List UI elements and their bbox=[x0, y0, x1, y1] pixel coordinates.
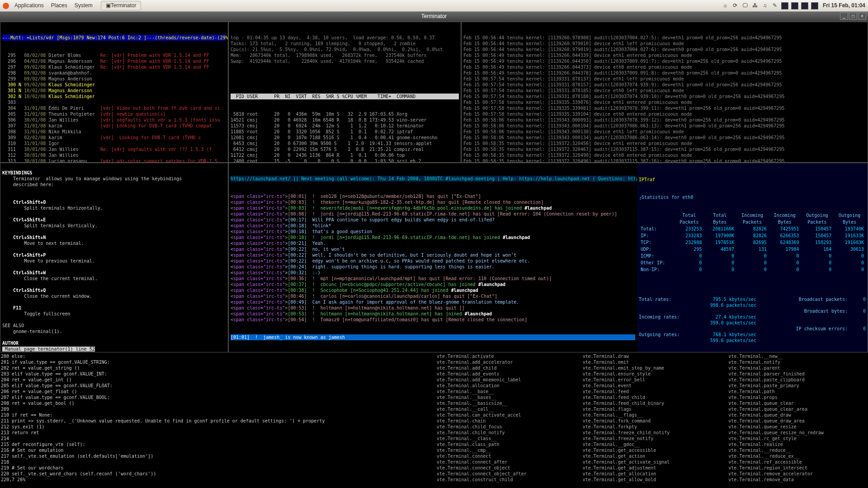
menu-applications[interactable]: Applications bbox=[11, 2, 47, 9]
terminal-vim[interactable]: 200 else:201 if value.type == gconf.VALU… bbox=[0, 352, 434, 488]
mutt-row[interactable]: 309 02/02/08 karim [vdr] Looking for DVB… bbox=[2, 135, 226, 141]
irc-line: <span class="irc-ts">[00:17] Will PPA co… bbox=[231, 217, 635, 223]
top-process-row: 6412 cmsj 20 0 22992 15m 5776 S 1 0.8 21… bbox=[231, 146, 459, 152]
completion-item: vte.Terminal.__base__ bbox=[437, 389, 574, 394]
completion-item: vte.Terminal.__class__ bbox=[437, 436, 574, 441]
mutt-row[interactable]: 301 N 10/02/08 Magnus Andersson bbox=[2, 88, 226, 94]
completion-item: vte.Terminal.child_notify bbox=[437, 430, 574, 436]
completion-item: vte.Terminal.get_allocation bbox=[583, 471, 720, 477]
completion-item: vte.Terminal.__cmp__ bbox=[437, 447, 574, 453]
tray-icon[interactable]: 🖵 bbox=[741, 2, 749, 9]
code-line: 200 else: bbox=[1, 353, 433, 359]
completion-item: vte.Terminal.notify bbox=[728, 359, 865, 365]
net-graph-icon[interactable] bbox=[801, 2, 808, 9]
tray-icon[interactable]: ✎ bbox=[771, 2, 778, 9]
mutt-row[interactable]: 307 31/01/08 karim [vdr] Looking for DVB… bbox=[2, 123, 226, 129]
mutt-row[interactable]: 306 30/01/08 Jan Willies [vdr] segfaults… bbox=[2, 117, 226, 123]
code-line: 220 self._vte.set_word_chars (self.recon… bbox=[1, 471, 433, 477]
terminal-iptraf[interactable]: IPTraf ┌Statistics for eth0 TotalTotalIn… bbox=[637, 163, 868, 352]
bottom-row: 200 else:201 if value.type == gconf.VALU… bbox=[0, 352, 868, 488]
mutt-row[interactable]: 313 30/01/08 lucian orasanu [vdr] vdr-ro… bbox=[2, 158, 226, 163]
taskbar-app-label: Terminator bbox=[111, 2, 137, 9]
tray-icon[interactable]: ☼ bbox=[722, 2, 729, 9]
irc-line: <span class="irc-ts">[00:18] that's a go… bbox=[231, 229, 635, 235]
window-minimize-button[interactable]: _ bbox=[840, 13, 848, 20]
menu-system[interactable]: System bbox=[71, 2, 96, 9]
irc-line: <span class="irc-ts">[00:37] ! cbcunc [n… bbox=[231, 282, 635, 287]
mutt-row[interactable]: 308 31/01/08 Niko Mikkila bbox=[2, 129, 226, 135]
mutt-row[interactable]: 302 N 10/02/08 Klaus Schmidinger bbox=[2, 94, 226, 99]
mutt-row[interactable]: 298 09/02/08 svankan@bahnhof. bbox=[2, 70, 226, 76]
terminal-python-dir[interactable]: vte.Terminal.activatevte.Terminal.add_ac… bbox=[434, 352, 868, 488]
code-line: 204 ret = value.get_int () bbox=[1, 377, 433, 383]
irc-line: <span class="irc-ts">[00:38] ! Sociophob… bbox=[231, 287, 635, 293]
mutt-row[interactable]: 295 08/02/08 Dieter Bloms Re: [vdr] Prob… bbox=[2, 52, 226, 58]
completion-item: vte.Terminal.ensure_style bbox=[583, 371, 720, 377]
completion-item: vte.Terminal.flags bbox=[583, 406, 720, 412]
completion-item: vte.Terminal.feed_child_binary bbox=[583, 400, 720, 406]
completion-item: vte.Terminal.remove_data bbox=[728, 477, 865, 483]
top-columns: PID USER PR NI VIRT RES SHR S %CPU %MEM … bbox=[231, 94, 459, 99]
completion-item: vte.Terminal.event bbox=[583, 383, 720, 389]
mutt-row[interactable]: 305 31/01/08 Theunis Potgieter [vdr] new… bbox=[2, 111, 226, 117]
mutt-row[interactable]: 300 N 09/02/08 Klaus Schmidinger bbox=[2, 82, 226, 88]
irc-line: <span class="irc-ts">[00:01] ! seb128 [n… bbox=[231, 193, 635, 199]
completion-item: vte.Terminal.__reduce_ex__ bbox=[728, 453, 865, 459]
code-line: 202 ret = value.get_string () bbox=[1, 365, 433, 371]
mem-graph-icon[interactable] bbox=[791, 2, 798, 9]
completion-item: vte.Terminal.rc_get_style bbox=[728, 436, 865, 441]
irc-line: <span class="irc-ts">[00:03] ! neversfel… bbox=[231, 205, 635, 211]
code-line: 212 sys.exit (1) bbox=[1, 424, 433, 430]
mutt-row[interactable]: 311 30/01/08 Jan Willies Re: [vdr] segfa… bbox=[2, 146, 226, 152]
mutt-row[interactable]: 303 bbox=[2, 99, 226, 105]
completion-item: vte.Terminal.__flags__ bbox=[583, 412, 720, 418]
terminal-irssi[interactable]: https://launchpad.net/ || Next meeting (… bbox=[229, 163, 637, 352]
completion-item: vte.Terminal.can_activate_accel bbox=[437, 412, 574, 418]
completion-item: vte.Terminal.parser_finished bbox=[728, 371, 865, 377]
tray-icon[interactable]: 🖧 bbox=[751, 2, 759, 9]
completion-item: vte.Terminal.get_adjustment bbox=[583, 465, 720, 471]
mutt-row[interactable]: 297 09/02/08 Klaus Schmidinger Re: [vdr]… bbox=[2, 64, 226, 70]
window-maximize-button[interactable]: □ bbox=[849, 13, 857, 20]
ubuntu-logo-icon bbox=[3, 3, 9, 9]
irc-line: <span class="irc-ts">[00:36] ! mpt [n=mp… bbox=[231, 276, 635, 282]
mutt-row[interactable]: 296 04/02/08 Magnus Andersson Re: [vdr] … bbox=[2, 58, 226, 64]
terminal-top[interactable]: top - 01:04:35 up 13 days, 4:38, 10 user… bbox=[228, 22, 461, 163]
top-process-row: 5818 root 20 0 436m 59m 10m S 32 2.9 167… bbox=[231, 111, 459, 117]
top-process-row: 14521 cmsj 20 0 46928 16m 6548 R 18 0.8 … bbox=[231, 117, 459, 123]
terminal-kernlog[interactable]: Feb 15 00:56:44 tenshu kernel: [1139260.… bbox=[461, 22, 868, 163]
completion-item: vte.Terminal.add_accelerator bbox=[437, 359, 574, 365]
terminal-mutt[interactable]: ---Mutt: =Lists/vdr [Msgs:1079 New:174 P… bbox=[0, 22, 228, 163]
man-section: KEYBINDINGS bbox=[2, 170, 32, 175]
completion-item: vte.Terminal.paste_primary bbox=[728, 383, 865, 389]
completion-item: vte.Terminal.ref_accessible bbox=[728, 459, 865, 465]
cpu-graph-icon[interactable] bbox=[781, 2, 788, 9]
taskbar-terminator-button[interactable]: ▣ Terminator bbox=[101, 1, 142, 11]
mutt-row[interactable]: 312 30/01/08 Jan Willies bbox=[2, 152, 226, 158]
mutt-row[interactable]: 310 31/01/08 Igor bbox=[2, 141, 226, 146]
tray-icon[interactable]: ⟳ bbox=[731, 2, 739, 9]
completion-item: vte.Terminal.add_events bbox=[437, 371, 574, 377]
irc-line: <span class="irc-ts">[00:22] edgy won't … bbox=[231, 258, 635, 264]
completion-item: vte.Terminal.paste_clipboard bbox=[728, 377, 865, 383]
irc-line: <span class="irc-ts">[00:18] ! jordi [n=… bbox=[231, 235, 635, 240]
panel-clock[interactable]: Fri 15 Feb, 01:04 bbox=[823, 2, 865, 9]
menu-places[interactable]: Places bbox=[47, 2, 71, 9]
completion-item: vte.Terminal.get_accessible bbox=[583, 447, 720, 453]
code-line: 213 return ret bbox=[1, 430, 433, 436]
completion-item: vte.Terminal.queue_draw_area bbox=[728, 418, 865, 424]
completion-item: vte.Terminal.child_focus bbox=[437, 424, 574, 430]
completion-item: vte.Terminal.parent bbox=[728, 365, 865, 371]
code-line: 215 def reconfigure_vte (self): bbox=[1, 441, 433, 447]
terminal-manpage[interactable]: KEYBINDINGS Terminator allows you to man… bbox=[0, 163, 228, 352]
code-line: 207 elif value.type == gconf.VALUE_BOOL: bbox=[1, 394, 433, 400]
mutt-row[interactable]: 299 09/02/08 Magnus Andersson bbox=[2, 76, 226, 82]
code-line: 217 self._vte.set_emulation (self.defaul… bbox=[1, 453, 433, 459]
completion-item: vte.Terminal.__reduce__ bbox=[728, 447, 865, 453]
window-close-button[interactable]: × bbox=[858, 13, 866, 20]
disk-graph-icon[interactable] bbox=[811, 2, 818, 9]
mutt-row[interactable]: 304 31/01/08 Eddi De Pieri [vdr] Video o… bbox=[2, 105, 226, 111]
irc-line: <span class="irc-ts">[00:53] ! holtmann … bbox=[231, 305, 635, 311]
tray-icon[interactable]: ♫ bbox=[761, 2, 769, 9]
code-line: 214 bbox=[1, 436, 433, 441]
